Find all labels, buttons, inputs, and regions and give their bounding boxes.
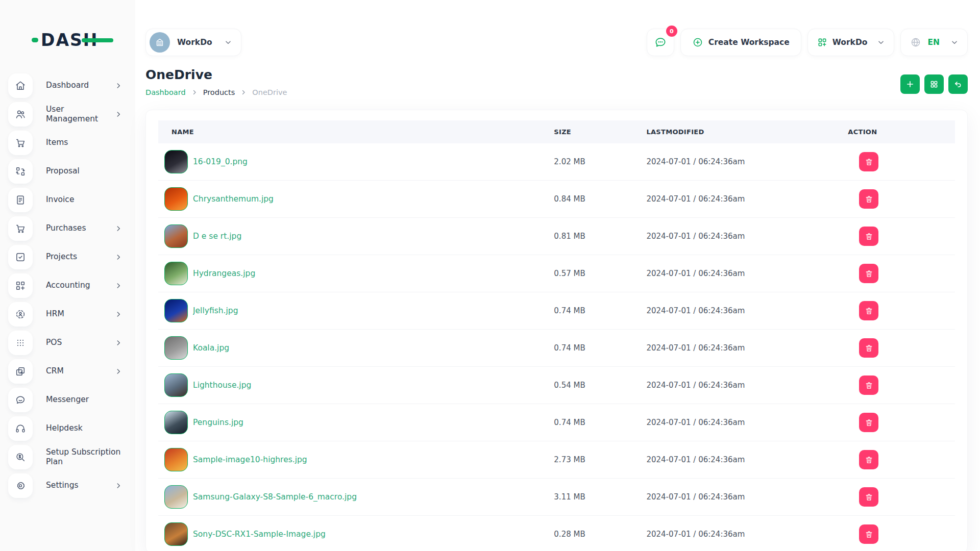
sidebar-item-label: CRM [46, 366, 64, 376]
logo-dash-icon [32, 38, 38, 42]
trash-icon [865, 232, 873, 241]
sidebar-item-purchases[interactable]: Purchases [0, 216, 135, 241]
file-thumbnail[interactable] [164, 299, 188, 322]
file-name-link[interactable]: Sample-image10-highres.jpg [193, 455, 307, 464]
sidebar-item-projects[interactable]: Projects [0, 245, 135, 269]
messages-button[interactable]: 0 [647, 29, 674, 56]
table-row: Sony-DSC-RX1-Sample-Image.jpg 0.28 MB 20… [158, 516, 955, 551]
search-dollar-icon [15, 452, 26, 463]
message-icon [15, 394, 26, 406]
cart-icon [8, 216, 33, 241]
delete-file-button[interactable] [859, 375, 878, 395]
file-thumbnail[interactable] [164, 150, 188, 173]
trash-icon [865, 381, 873, 390]
file-name-link[interactable]: Penguins.jpg [193, 418, 243, 427]
chevron-down-icon [951, 39, 958, 46]
file-thumbnail[interactable] [164, 262, 188, 285]
file-thumbnail[interactable] [164, 224, 188, 248]
file-thumbnail[interactable] [164, 448, 188, 471]
breadcrumb-dashboard-link[interactable]: Dashboard [145, 88, 186, 96]
delete-file-button[interactable] [859, 189, 878, 209]
grid-view-button[interactable] [924, 74, 944, 94]
sidebar-item-proposal[interactable]: Proposal [0, 159, 135, 184]
brand-logo: DAS H [32, 30, 135, 50]
file-name-link[interactable]: Hydrangeas.jpg [193, 269, 255, 278]
back-button[interactable] [948, 74, 968, 94]
table-row: Hydrangeas.jpg 0.57 MB 2024-07-01 / 06:2… [158, 255, 955, 292]
sidebar-item-helpdesk[interactable]: Helpdesk [0, 416, 135, 441]
sidebar-item-accounting[interactable]: Accounting [0, 273, 135, 298]
trash-icon [865, 307, 873, 315]
users-icon [15, 109, 26, 120]
chevron-down-icon [225, 39, 232, 46]
delete-file-button[interactable] [859, 450, 878, 469]
file-size: 2.02 MB [548, 143, 640, 181]
headphones-icon [8, 416, 33, 441]
sidebar-item-hrm[interactable]: HRM [0, 302, 135, 327]
sidebar-item-label: Projects [46, 252, 77, 262]
workspace-select[interactable]: WorkDo [145, 29, 241, 56]
delete-file-button[interactable] [859, 524, 878, 544]
file-thumbnail[interactable] [164, 373, 188, 397]
file-name-link[interactable]: Koala.jpg [193, 343, 229, 353]
file-name-link[interactable]: Chrysanthemum.jpg [193, 194, 274, 204]
delete-file-button[interactable] [859, 227, 878, 246]
message-icon [8, 388, 33, 412]
table-row: Sample-image10-highres.jpg 2.73 MB 2024-… [158, 441, 955, 479]
sidebar-item-user-management[interactable]: User Management [0, 102, 135, 127]
topbar-right: 0 Create Workspace WorkDo [647, 29, 968, 56]
sidebar-item-setup-subscription-plan[interactable]: Setup Subscription Plan [0, 445, 135, 469]
delete-file-button[interactable] [859, 338, 878, 358]
file-size: 0.74 MB [548, 330, 640, 367]
file-name-link[interactable]: Sony-DSC-RX1-Sample-Image.jpg [193, 530, 326, 539]
file-thumbnail[interactable] [164, 485, 188, 509]
sidebar-item-settings[interactable]: Settings [0, 473, 135, 498]
sidebar-menu: Dashboard User Management Items Proposal… [0, 73, 135, 498]
sidebar-item-label: Items [46, 138, 68, 147]
file-lastmodified: 2024-07-01 / 06:24:36am [640, 255, 842, 292]
building-icon [154, 37, 165, 48]
breadcrumb: Dashboard Products OneDrive [145, 88, 287, 96]
dots-grid-icon [15, 337, 26, 348]
sidebar-item-items[interactable]: Items [0, 131, 135, 155]
file-thumbnail[interactable] [164, 411, 188, 434]
delete-file-button[interactable] [859, 301, 878, 320]
sidebar-item-label: Proposal [46, 166, 80, 176]
create-workspace-button[interactable]: Create Workspace [680, 29, 801, 56]
logo-hbar-icon [82, 38, 113, 42]
sidebar-item-crm[interactable]: CRM [0, 359, 135, 384]
delete-file-button[interactable] [859, 264, 878, 283]
plus-icon [905, 80, 915, 89]
file-name-link[interactable]: Lighthouse.jpg [193, 381, 251, 390]
workspace-select-label: WorkDo [177, 38, 212, 47]
file-lastmodified: 2024-07-01 / 06:24:36am [640, 330, 842, 367]
delete-file-button[interactable] [859, 413, 878, 432]
workspace-dropdown[interactable]: WorkDo [807, 29, 895, 56]
file-name-link[interactable]: D e se rt.jpg [193, 232, 241, 241]
file-thumbnail[interactable] [164, 187, 188, 211]
breadcrumb-products-link[interactable]: Products [203, 88, 235, 96]
delete-file-button[interactable] [859, 487, 878, 507]
table-header-row: NAME SIZE LASTMODIFIED ACTION [158, 120, 955, 143]
file-name-link[interactable]: Samsung-Galaxy-S8-Sample-6_macro.jpg [193, 492, 357, 502]
sidebar-item-dashboard[interactable]: Dashboard [0, 73, 135, 98]
sidebar-item-label: Settings [46, 481, 79, 490]
file-size: 0.74 MB [548, 292, 640, 330]
delete-file-button[interactable] [859, 152, 878, 171]
grid-plus-icon [817, 37, 827, 47]
table-row: D e se rt.jpg 0.81 MB 2024-07-01 / 06:24… [158, 218, 955, 255]
scan-user-icon [8, 302, 33, 327]
home-icon [8, 73, 33, 98]
trash-icon [865, 530, 873, 539]
file-thumbnail[interactable] [164, 522, 188, 546]
file-thumbnail[interactable] [164, 336, 188, 360]
file-name-link[interactable]: 16-019_0.png [193, 157, 248, 166]
file-name-link[interactable]: Jellyfish.jpg [193, 306, 238, 315]
add-file-button[interactable] [900, 74, 920, 94]
language-dropdown[interactable]: EN [900, 29, 968, 56]
sidebar-item-messenger[interactable]: Messenger [0, 388, 135, 412]
trash-icon [865, 493, 873, 502]
sidebar-item-invoice[interactable]: Invoice [0, 188, 135, 212]
main-content: WorkDo 0 Create Workspace [135, 0, 980, 551]
sidebar-item-pos[interactable]: POS [0, 331, 135, 355]
